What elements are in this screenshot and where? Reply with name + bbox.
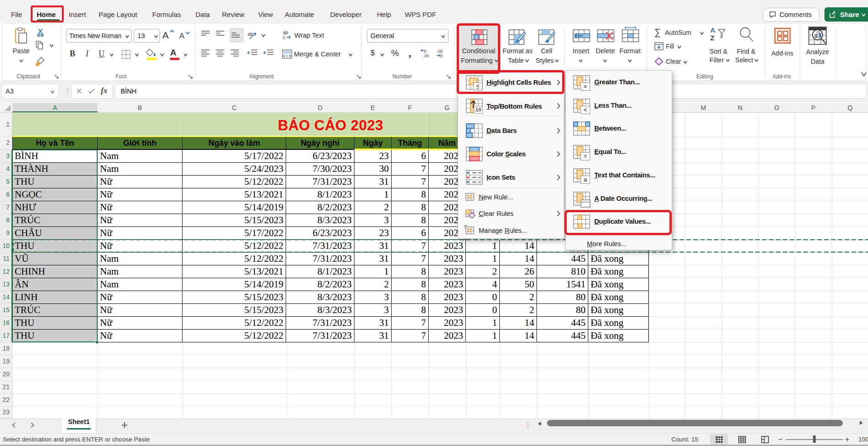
svg-text:0: 0 bbox=[424, 49, 426, 54]
svg-text:.00: .00 bbox=[437, 49, 443, 54]
svg-text:c: c bbox=[283, 35, 285, 40]
svg-text:A: A bbox=[710, 27, 715, 34]
svg-text:Z: Z bbox=[710, 34, 714, 42]
svg-text:0: 0 bbox=[440, 54, 442, 58]
svg-text:.00: .00 bbox=[423, 54, 429, 58]
